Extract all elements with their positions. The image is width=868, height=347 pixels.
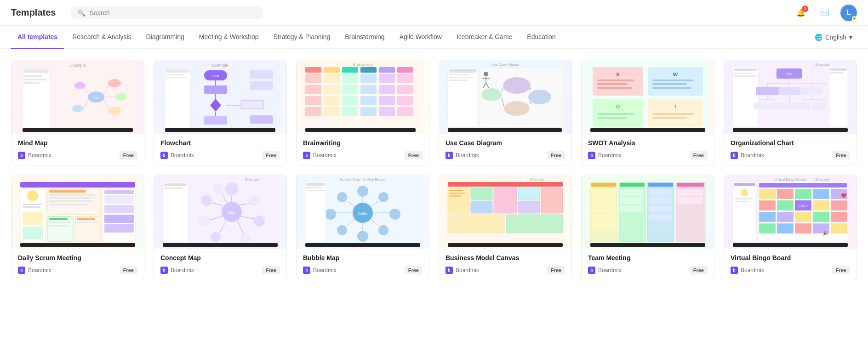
template-author-swot: b Boardmix	[588, 152, 622, 159]
tab-strategy-planning[interactable]: Strategy & Planning	[267, 26, 337, 49]
svg-rect-61	[324, 96, 340, 105]
svg-rect-63	[360, 96, 377, 105]
svg-rect-162	[49, 204, 88, 205]
free-badge: Free	[262, 151, 280, 159]
template-name-daily-scrum: Daily Scrum Meeting	[18, 254, 137, 262]
svg-text:FREE: FREE	[798, 204, 808, 208]
svg-rect-62	[342, 96, 358, 105]
free-badge: Free	[547, 151, 565, 159]
header-actions: 🔔 2 ✉️ L	[793, 5, 857, 21]
svg-point-188	[211, 232, 221, 242]
template-card-brainwriting[interactable]: Brainwriting	[296, 60, 429, 165]
svg-rect-172	[104, 195, 134, 204]
template-card-virtual-bingo[interactable]: Example Virtual Bingo Board	[724, 175, 857, 280]
template-card-concept-map[interactable]: Example Main	[154, 175, 287, 280]
svg-rect-291	[831, 212, 847, 222]
template-thumb-brainwriting: Brainwriting	[297, 60, 429, 134]
template-name-use-case: Use Case Diagram	[445, 139, 565, 147]
search-input[interactable]	[89, 9, 256, 17]
svg-rect-144	[812, 103, 826, 109]
svg-rect-229	[448, 188, 469, 213]
svg-text:Coffee: Coffee	[358, 212, 368, 215]
template-card-business-canvas[interactable]: Example	[439, 175, 572, 280]
free-badge: Free	[405, 266, 423, 274]
svg-point-184	[225, 182, 238, 195]
template-card-mind-map[interactable]: Example Main	[11, 60, 144, 165]
svg-rect-49	[324, 74, 340, 83]
svg-text:Use Case Report: Use Case Report	[491, 63, 520, 67]
svg-rect-166	[49, 225, 69, 227]
svg-rect-75	[448, 68, 478, 127]
tab-research-analysis[interactable]: Research & Analysis	[66, 26, 137, 49]
template-info-use-case: Use Case Diagram b Boardmix Free	[439, 134, 571, 165]
tab-all-templates[interactable]: All templates	[11, 26, 64, 49]
svg-rect-72	[305, 128, 416, 132]
svg-rect-106	[597, 87, 632, 89]
svg-rect-174	[104, 215, 134, 223]
tab-agile-workflow[interactable]: Agile Workflow	[393, 26, 448, 49]
svg-text:Example: Example	[69, 63, 86, 68]
template-thumb-virtual-bingo: Example Virtual Bingo Board	[724, 175, 857, 249]
template-thumb-org-chart: Example CEO	[724, 60, 857, 134]
svg-rect-159	[49, 194, 95, 196]
svg-text:S: S	[616, 72, 619, 77]
svg-rect-254	[592, 214, 615, 221]
svg-rect-299	[733, 243, 848, 247]
svg-rect-79	[449, 80, 468, 81]
tab-icebreaker-game[interactable]: Icebreaker & Game	[450, 26, 519, 49]
template-card-flowchart[interactable]: Example Start	[154, 60, 287, 165]
header: Templates 🔍 🔔 2 ✉️ L	[0, 0, 868, 26]
svg-rect-285	[813, 200, 829, 210]
template-author-mind-map: b Boardmix	[18, 152, 51, 159]
svg-rect-161	[49, 200, 93, 202]
tab-meeting-workshop[interactable]: Meeting & Workshop	[193, 26, 265, 49]
templates-grid-row2: Daily Scrum Meeting b Boardmix Free Exam…	[11, 175, 857, 280]
notification-button[interactable]: 🔔 2	[793, 5, 809, 21]
language-selector[interactable]: 🌐 English ▾	[810, 30, 857, 45]
svg-rect-277	[777, 189, 794, 199]
tab-diagramming[interactable]: Diagramming	[140, 26, 191, 49]
svg-rect-130	[800, 87, 823, 95]
svg-text:Main: Main	[92, 96, 99, 99]
template-name-bubble-map: Bubble Map	[303, 254, 423, 262]
svg-rect-293	[777, 223, 794, 233]
svg-rect-232	[494, 188, 517, 213]
mail-button[interactable]: ✉️	[817, 5, 833, 21]
template-card-org-chart[interactable]: Example CEO	[724, 60, 857, 165]
template-card-swot[interactable]: S W O T	[581, 60, 714, 165]
svg-rect-250	[677, 183, 704, 187]
svg-text:❤️: ❤️	[841, 193, 847, 199]
svg-rect-290	[813, 212, 829, 222]
svg-rect-223	[306, 187, 322, 188]
tab-education[interactable]: Education	[520, 26, 562, 49]
svg-rect-251	[592, 189, 615, 196]
svg-rect-143	[796, 103, 810, 109]
svg-rect-264	[677, 197, 703, 204]
svg-rect-164	[49, 218, 68, 220]
template-info-swot: SWOT Analysis b Boardmix Free	[582, 134, 714, 165]
template-meta-flowchart: b Boardmix Free	[160, 151, 280, 159]
template-card-use-case[interactable]: Use Case Report	[439, 60, 572, 165]
svg-rect-176	[20, 243, 135, 247]
template-card-team-meeting[interactable]: Team Meeting b Boardmix Free	[581, 175, 714, 280]
svg-rect-286	[831, 200, 847, 210]
svg-rect-270	[734, 183, 755, 186]
svg-rect-60	[305, 96, 321, 105]
user-avatar[interactable]: L	[840, 5, 857, 21]
svg-rect-169	[77, 222, 99, 223]
svg-rect-175	[104, 224, 134, 233]
svg-rect-43	[324, 67, 340, 73]
svg-rect-259	[649, 189, 672, 196]
svg-rect-236	[448, 215, 504, 233]
template-card-daily-scrum[interactable]: Daily Scrum Meeting b Boardmix Free	[11, 175, 144, 280]
tab-brainstorming[interactable]: Brainstorming	[338, 26, 391, 49]
template-card-bubble-map[interactable]: Bubble Map - Coffee Beans Coffee	[296, 175, 429, 280]
svg-rect-181	[164, 188, 183, 189]
svg-rect-240	[449, 195, 462, 197]
template-info-org-chart: Organizational Chart b Boardmix Free	[724, 134, 857, 165]
search-bar[interactable]: 🔍	[70, 6, 263, 19]
free-badge: Free	[262, 266, 280, 274]
svg-rect-263	[677, 189, 703, 196]
svg-rect-77	[449, 74, 470, 75]
template-meta-team-meeting: b Boardmix Free	[588, 266, 708, 274]
